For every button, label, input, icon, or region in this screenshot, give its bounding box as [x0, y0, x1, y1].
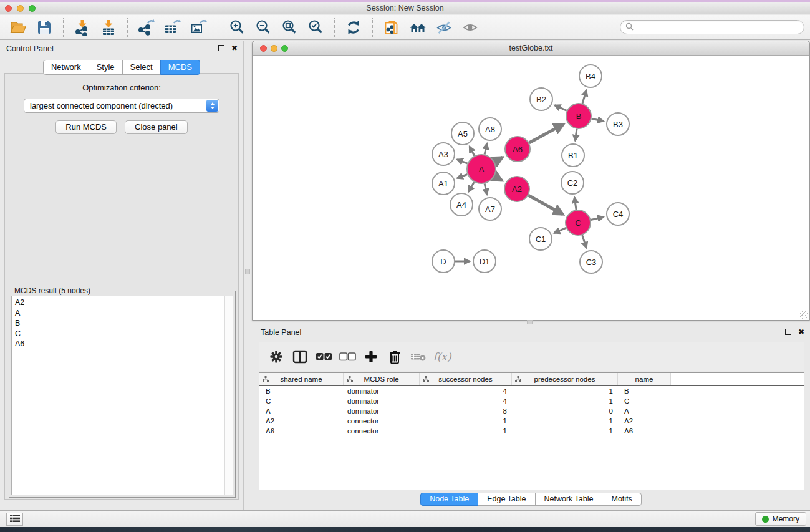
graph-edge-A6-B[interactable]: [529, 124, 564, 143]
delete-table-button[interactable]: [407, 342, 430, 371]
graph-node-C[interactable]: C: [566, 210, 591, 235]
export-table-button[interactable]: [162, 17, 184, 38]
result-scrollbar[interactable]: [224, 296, 233, 495]
minimize-window-icon[interactable]: [17, 5, 24, 12]
open-session-button[interactable]: [7, 17, 29, 38]
search-box[interactable]: [620, 20, 804, 34]
graph-edge-C-C1[interactable]: [554, 228, 566, 233]
tab-style[interactable]: Style: [89, 60, 123, 75]
graph-node-C2[interactable]: C2: [561, 172, 584, 194]
column-header-shared-name[interactable]: shared name: [259, 373, 344, 385]
graph-edge-B-B2[interactable]: [555, 105, 567, 111]
graph-node-A6[interactable]: A6: [505, 137, 530, 162]
column-header-mcds-role[interactable]: MCDS role: [344, 373, 420, 385]
mcds-result-item[interactable]: B: [12, 318, 233, 329]
memory-button[interactable]: Memory: [755, 512, 806, 526]
column-header-predecessor-nodes[interactable]: predecessor nodes: [512, 373, 618, 385]
tab-motifs[interactable]: Motifs: [602, 493, 641, 506]
close-panel-button[interactable]: Close panel: [125, 120, 188, 134]
graph-node-B3[interactable]: B3: [607, 113, 629, 135]
graph-node-B4[interactable]: B4: [579, 65, 602, 87]
refresh-layout-button[interactable]: [342, 17, 365, 38]
table-row[interactable]: Bdominator41B: [259, 386, 804, 396]
table-row[interactable]: A6connector11A6: [259, 426, 804, 436]
graph-node-A7[interactable]: A7: [479, 198, 501, 220]
graph-edge-A-A7[interactable]: [485, 183, 487, 194]
delete-row-button[interactable]: [383, 342, 407, 371]
graph-edge-C-C4[interactable]: [591, 217, 604, 220]
zoom-selected-button[interactable]: [304, 17, 327, 38]
graph-edge-B-B1[interactable]: [575, 129, 577, 141]
graph-edge-A2-C[interactable]: [528, 195, 563, 215]
column-header-name[interactable]: name: [618, 373, 671, 385]
tab-mcds[interactable]: MCDS: [160, 60, 200, 75]
export-network-button[interactable]: [135, 17, 158, 38]
graph-node-C3[interactable]: C3: [580, 251, 602, 273]
column-header-successor-nodes[interactable]: successor nodes: [420, 373, 512, 385]
float-table-panel-icon[interactable]: [785, 329, 791, 335]
mcds-result-item[interactable]: C: [12, 329, 233, 339]
close-table-panel-icon[interactable]: ✖: [798, 329, 804, 335]
vertical-splitter-handle[interactable]: [245, 269, 250, 274]
graph-edge-A-A2[interactable]: [494, 177, 502, 181]
graph-edge-A-A8[interactable]: [485, 143, 487, 154]
graph-node-A4[interactable]: A4: [450, 193, 473, 216]
graph-edge-A-A1[interactable]: [457, 175, 467, 178]
run-mcds-button[interactable]: Run MCDS: [55, 120, 117, 134]
window-resize-grip[interactable]: [800, 311, 809, 319]
horizontal-splitter-handle[interactable]: [527, 320, 533, 324]
graph-node-A5[interactable]: A5: [451, 122, 474, 145]
graph-node-B[interactable]: B: [566, 104, 591, 128]
tab-select[interactable]: Select: [122, 60, 161, 75]
network-window-titlebar[interactable]: testGlobe.txt: [253, 41, 809, 56]
close-network-window-icon[interactable]: [260, 45, 267, 52]
graph-edge-C-C3[interactable]: [582, 235, 587, 248]
graph-node-A1[interactable]: A1: [432, 172, 455, 195]
tab-network[interactable]: Network: [43, 60, 89, 75]
first-neighbors-button[interactable]: [407, 17, 429, 38]
select-all-button[interactable]: [312, 342, 335, 371]
network-from-selection-button[interactable]: [380, 17, 403, 38]
network-graph[interactable]: B4B2BB3A5A8A6A3B1AA1C2A2A4A7C4CC1C3DD1: [253, 56, 809, 320]
close-window-icon[interactable]: [5, 5, 12, 12]
graph-node-A3[interactable]: A3: [432, 143, 455, 165]
settings-button[interactable]: [264, 342, 288, 371]
graph-node-C1[interactable]: C1: [529, 228, 552, 250]
zoom-network-window-icon[interactable]: [281, 45, 288, 52]
table-row[interactable]: A2connector11A2: [259, 416, 804, 426]
column-view-button[interactable]: [288, 342, 312, 371]
graph-node-B2[interactable]: B2: [530, 88, 552, 110]
table-row[interactable]: Adominator80A: [259, 406, 804, 416]
show-panels-button[interactable]: [6, 513, 23, 526]
tab-network-table[interactable]: Network Table: [535, 493, 603, 506]
graph-edge-A-A5[interactable]: [470, 147, 475, 156]
graph-node-B1[interactable]: B1: [562, 144, 584, 167]
hide-selected-button[interactable]: [433, 17, 455, 38]
graph-node-D1[interactable]: D1: [473, 250, 496, 273]
graph-edge-C-C2[interactable]: [574, 198, 576, 210]
criterion-select[interactable]: largest connected component (directed): [24, 99, 219, 113]
zoom-window-icon[interactable]: [29, 5, 36, 12]
table-row[interactable]: Cdominator41C: [259, 396, 804, 406]
graph-edge-B-B3[interactable]: [592, 118, 604, 121]
graph-edge-B-B4[interactable]: [582, 90, 586, 104]
graph-edge-A-A6[interactable]: [494, 157, 503, 162]
graph-edge-A-A4[interactable]: [469, 182, 475, 191]
mcds-result-item[interactable]: A: [12, 308, 233, 319]
import-table-button[interactable]: [97, 17, 120, 38]
tab-edge-table[interactable]: Edge Table: [478, 493, 535, 506]
mcds-result-item[interactable]: A2: [12, 297, 233, 308]
graph-node-D[interactable]: D: [432, 250, 455, 273]
search-input[interactable]: [637, 23, 799, 32]
network-canvas[interactable]: B4B2BB3A5A8A6A3B1AA1C2A2A4A7C4CC1C3DD1: [253, 56, 809, 320]
export-image-button[interactable]: [188, 17, 210, 38]
zoom-fit-button[interactable]: [278, 17, 301, 38]
tab-node-table[interactable]: Node Table: [420, 493, 478, 506]
mcds-result-item[interactable]: A6: [12, 339, 233, 349]
graph-node-A8[interactable]: A8: [479, 118, 501, 140]
zoom-out-button[interactable]: [252, 17, 274, 38]
function-builder-button[interactable]: f(x): [430, 342, 454, 371]
vertical-splitter[interactable]: [244, 41, 252, 510]
zoom-in-button[interactable]: [226, 17, 248, 38]
save-session-button[interactable]: [33, 17, 55, 38]
